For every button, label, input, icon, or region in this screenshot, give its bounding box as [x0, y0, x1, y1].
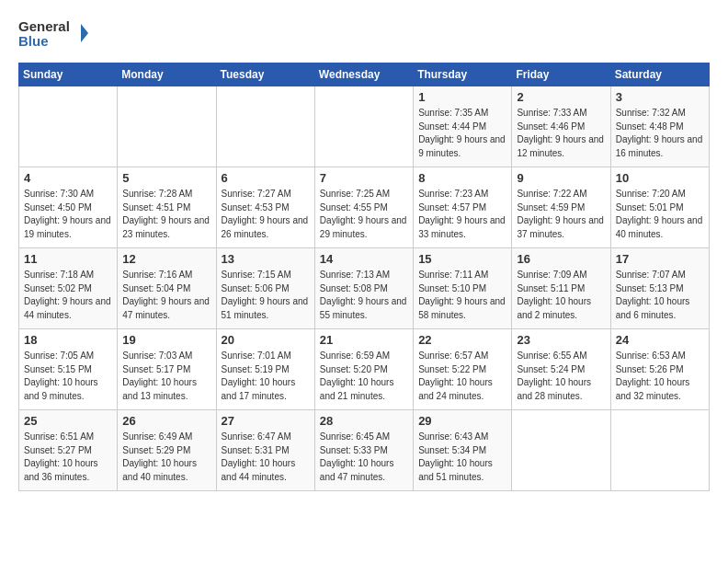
calendar-cell: 22Sunrise: 6:57 AMSunset: 5:22 PMDayligh… [414, 329, 512, 410]
day-number: 15 [418, 252, 506, 266]
day-info: Sunrise: 7:13 AMSunset: 5:08 PMDaylight:… [320, 269, 408, 322]
day-info: Sunrise: 7:11 AMSunset: 5:10 PMDaylight:… [418, 269, 506, 322]
day-number: 24 [616, 333, 704, 347]
calendar-cell: 20Sunrise: 7:01 AMSunset: 5:19 PMDayligh… [216, 329, 314, 410]
day-info: Sunrise: 6:51 AMSunset: 5:27 PMDaylight:… [24, 431, 112, 484]
calendar-cell: 4Sunrise: 7:30 AMSunset: 4:50 PMDaylight… [19, 167, 118, 248]
day-info: Sunrise: 7:27 AMSunset: 4:53 PMDaylight:… [222, 188, 310, 241]
day-number: 4 [24, 171, 112, 185]
calendar-cell: 26Sunrise: 6:49 AMSunset: 5:29 PMDayligh… [118, 410, 216, 491]
day-info: Sunrise: 6:43 AMSunset: 5:34 PMDaylight:… [418, 431, 506, 484]
day-number: 26 [122, 414, 210, 428]
week-row-1: 1Sunrise: 7:35 AMSunset: 4:44 PMDaylight… [19, 86, 710, 167]
calendar-cell: 23Sunrise: 6:55 AMSunset: 5:24 PMDayligh… [512, 329, 610, 410]
day-info: Sunrise: 7:09 AMSunset: 5:11 PMDaylight:… [517, 269, 605, 322]
calendar-cell: 24Sunrise: 6:53 AMSunset: 5:26 PMDayligh… [610, 329, 709, 410]
day-info: Sunrise: 6:59 AMSunset: 5:20 PMDaylight:… [320, 350, 408, 403]
calendar-cell: 1Sunrise: 7:35 AMSunset: 4:44 PMDaylight… [414, 86, 512, 167]
calendar-cell: 16Sunrise: 7:09 AMSunset: 5:11 PMDayligh… [512, 248, 610, 329]
day-number: 1 [418, 90, 506, 104]
calendar-cell: 25Sunrise: 6:51 AMSunset: 5:27 PMDayligh… [19, 410, 118, 491]
day-number: 18 [24, 333, 112, 347]
week-row-4: 18Sunrise: 7:05 AMSunset: 5:15 PMDayligh… [19, 329, 710, 410]
day-info: Sunrise: 7:22 AMSunset: 4:59 PMDaylight:… [517, 188, 605, 241]
day-info: Sunrise: 6:53 AMSunset: 5:26 PMDaylight:… [616, 350, 704, 403]
day-number: 12 [122, 252, 210, 266]
calendar-cell: 7Sunrise: 7:25 AMSunset: 4:55 PMDaylight… [314, 167, 413, 248]
svg-text:General: General [18, 18, 70, 34]
day-info: Sunrise: 7:18 AMSunset: 5:02 PMDaylight:… [24, 269, 112, 322]
weekday-header-wednesday: Wednesday [314, 63, 413, 86]
day-info: Sunrise: 7:28 AMSunset: 4:51 PMDaylight:… [122, 188, 210, 241]
day-info: Sunrise: 7:32 AMSunset: 4:48 PMDaylight:… [616, 107, 704, 160]
day-info: Sunrise: 6:57 AMSunset: 5:22 PMDaylight:… [418, 350, 506, 403]
day-info: Sunrise: 6:47 AMSunset: 5:31 PMDaylight:… [222, 431, 310, 484]
day-info: Sunrise: 7:35 AMSunset: 4:44 PMDaylight:… [418, 107, 506, 160]
day-number: 10 [616, 171, 704, 185]
calendar-cell: 17Sunrise: 7:07 AMSunset: 5:13 PMDayligh… [610, 248, 709, 329]
day-number: 22 [418, 333, 506, 347]
logo-svg: GeneralBlue [18, 15, 92, 52]
weekday-header-tuesday: Tuesday [216, 63, 314, 86]
calendar-cell [118, 86, 216, 167]
day-info: Sunrise: 7:01 AMSunset: 5:19 PMDaylight:… [222, 350, 310, 403]
calendar-cell: 12Sunrise: 7:16 AMSunset: 5:04 PMDayligh… [118, 248, 216, 329]
day-info: Sunrise: 7:23 AMSunset: 4:57 PMDaylight:… [418, 188, 506, 241]
weekday-header-thursday: Thursday [414, 63, 512, 86]
day-number: 11 [24, 252, 112, 266]
calendar-cell [610, 410, 709, 491]
calendar-cell: 15Sunrise: 7:11 AMSunset: 5:10 PMDayligh… [414, 248, 512, 329]
calendar-cell: 21Sunrise: 6:59 AMSunset: 5:20 PMDayligh… [314, 329, 413, 410]
calendar-cell: 27Sunrise: 6:47 AMSunset: 5:31 PMDayligh… [216, 410, 314, 491]
day-number: 29 [418, 414, 506, 428]
day-info: Sunrise: 6:49 AMSunset: 5:29 PMDaylight:… [122, 431, 210, 484]
day-info: Sunrise: 6:45 AMSunset: 5:33 PMDaylight:… [320, 431, 408, 484]
calendar-cell: 11Sunrise: 7:18 AMSunset: 5:02 PMDayligh… [19, 248, 118, 329]
day-info: Sunrise: 7:25 AMSunset: 4:55 PMDaylight:… [320, 188, 408, 241]
day-number: 6 [222, 171, 310, 185]
day-info: Sunrise: 7:15 AMSunset: 5:06 PMDaylight:… [222, 269, 310, 322]
day-number: 28 [320, 414, 408, 428]
day-number: 21 [320, 333, 408, 347]
calendar-cell: 6Sunrise: 7:27 AMSunset: 4:53 PMDaylight… [216, 167, 314, 248]
day-info: Sunrise: 6:55 AMSunset: 5:24 PMDaylight:… [517, 350, 605, 403]
day-number: 9 [517, 171, 605, 185]
calendar-cell: 18Sunrise: 7:05 AMSunset: 5:15 PMDayligh… [19, 329, 118, 410]
calendar-cell: 3Sunrise: 7:32 AMSunset: 4:48 PMDaylight… [610, 86, 709, 167]
day-number: 7 [320, 171, 408, 185]
day-info: Sunrise: 7:16 AMSunset: 5:04 PMDaylight:… [122, 269, 210, 322]
calendar-cell [216, 86, 314, 167]
day-info: Sunrise: 7:03 AMSunset: 5:17 PMDaylight:… [122, 350, 210, 403]
week-row-3: 11Sunrise: 7:18 AMSunset: 5:02 PMDayligh… [19, 248, 710, 329]
day-number: 19 [122, 333, 210, 347]
day-number: 3 [616, 90, 704, 104]
day-info: Sunrise: 7:20 AMSunset: 5:01 PMDaylight:… [616, 188, 704, 241]
day-info: Sunrise: 7:05 AMSunset: 5:15 PMDaylight:… [24, 350, 112, 403]
calendar-cell: 10Sunrise: 7:20 AMSunset: 5:01 PMDayligh… [610, 167, 709, 248]
week-row-2: 4Sunrise: 7:30 AMSunset: 4:50 PMDaylight… [19, 167, 710, 248]
week-row-5: 25Sunrise: 6:51 AMSunset: 5:27 PMDayligh… [19, 410, 710, 491]
logo: GeneralBlue [18, 15, 92, 52]
weekday-header-row: SundayMondayTuesdayWednesdayThursdayFrid… [19, 63, 710, 86]
calendar-cell [19, 86, 118, 167]
weekday-header-friday: Friday [512, 63, 610, 86]
calendar-cell: 2Sunrise: 7:33 AMSunset: 4:46 PMDaylight… [512, 86, 610, 167]
day-info: Sunrise: 7:33 AMSunset: 4:46 PMDaylight:… [517, 107, 605, 160]
weekday-header-sunday: Sunday [19, 63, 118, 86]
day-number: 27 [222, 414, 310, 428]
day-number: 17 [616, 252, 704, 266]
calendar-cell: 13Sunrise: 7:15 AMSunset: 5:06 PMDayligh… [216, 248, 314, 329]
day-number: 14 [320, 252, 408, 266]
page-header: GeneralBlue [18, 15, 710, 52]
day-number: 2 [517, 90, 605, 104]
day-info: Sunrise: 7:30 AMSunset: 4:50 PMDaylight:… [24, 188, 112, 241]
calendar-cell [512, 410, 610, 491]
calendar-cell: 9Sunrise: 7:22 AMSunset: 4:59 PMDaylight… [512, 167, 610, 248]
day-number: 20 [222, 333, 310, 347]
day-number: 5 [122, 171, 210, 185]
calendar-cell: 8Sunrise: 7:23 AMSunset: 4:57 PMDaylight… [414, 167, 512, 248]
calendar-table: SundayMondayTuesdayWednesdayThursdayFrid… [18, 63, 710, 491]
day-info: Sunrise: 7:07 AMSunset: 5:13 PMDaylight:… [616, 269, 704, 322]
calendar-cell: 28Sunrise: 6:45 AMSunset: 5:33 PMDayligh… [314, 410, 413, 491]
calendar-cell: 14Sunrise: 7:13 AMSunset: 5:08 PMDayligh… [314, 248, 413, 329]
